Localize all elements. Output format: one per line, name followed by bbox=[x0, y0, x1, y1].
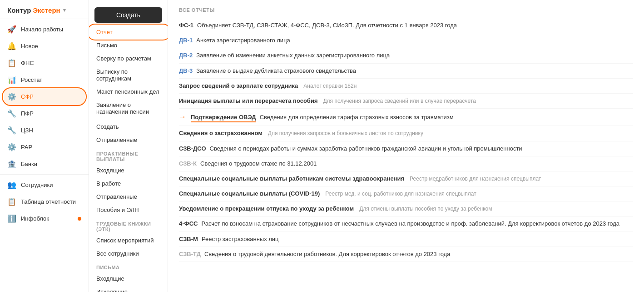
report-item[interactable]: ДВ-2Заявление об изменении анкетных данн… bbox=[179, 48, 633, 63]
start-icon: 🚀 bbox=[7, 25, 16, 34]
dropdown-item-vkhodyashchie1[interactable]: Входящие bbox=[89, 164, 168, 177]
report-item[interactable]: ДВ-3Заявление о выдаче дубликата страхов… bbox=[179, 64, 633, 79]
create-button[interactable]: Создать bbox=[94, 7, 162, 23]
sidebar-item-banks[interactable]: 🏦 Банки bbox=[0, 156, 89, 172]
dropdown-item-otpravlennye2[interactable]: Отправленные bbox=[89, 190, 168, 203]
dropdown-item-vkhodyashchie2[interactable]: Входящие bbox=[89, 272, 168, 285]
sidebar-item-label: Новое bbox=[21, 43, 81, 50]
otchet-label: Отчет bbox=[96, 29, 113, 35]
report-code: СЗВ-К bbox=[179, 160, 197, 168]
report-item[interactable]: Уведомление о прекращении отпуска по ухо… bbox=[179, 201, 633, 216]
report-code: СЗВ-М bbox=[179, 235, 198, 243]
report-item[interactable]: →Подтверждение ОВЭДСведения для определе… bbox=[179, 109, 633, 126]
sidebar-item-infoblock[interactable]: ℹ️ Инфоблок bbox=[0, 210, 89, 227]
employees-icon: 👥 bbox=[7, 181, 16, 189]
sidebar-item-rar[interactable]: ⚙️ РАР bbox=[0, 139, 89, 156]
sidebar-item-reporting-table[interactable]: 📋 Таблица отчетности bbox=[0, 193, 89, 210]
rar-icon: ⚙️ bbox=[7, 143, 16, 151]
sidebar-item-sfr[interactable]: ⚙️ СФР bbox=[4, 88, 85, 105]
report-code: Специальные социальные выплаты (COVID-19… bbox=[179, 190, 320, 198]
sidebar-item-fns[interactable]: 📋 ФНС bbox=[0, 55, 89, 71]
section-header: ВСЕ ОТЧЕТЫ bbox=[179, 7, 633, 15]
pfr-icon: 🔧 bbox=[7, 109, 16, 118]
sidebar-item-new[interactable]: 🔔 Новое bbox=[0, 38, 89, 55]
sidebar-item-label: ПФР bbox=[21, 110, 81, 117]
app-logo[interactable]: Контур Экстерн ▾ bbox=[0, 0, 89, 19]
dropdown-item-vse-sotrudniki[interactable]: Все сотрудники bbox=[89, 247, 168, 260]
sidebar-item-start[interactable]: 🚀 Начало работы bbox=[0, 21, 89, 38]
table-icon: 📋 bbox=[7, 197, 16, 206]
dropdown-item-sozdat[interactable]: Создать bbox=[89, 120, 168, 133]
dropdown-item-otchet[interactable]: Отчет bbox=[89, 25, 168, 39]
dropdown-item-vypiska[interactable]: Выписку по сотрудникам bbox=[89, 65, 168, 85]
report-desc: Сведения о трудовой деятельности работни… bbox=[204, 250, 450, 258]
rosstat-icon: 📊 bbox=[7, 76, 16, 84]
dropdown-item-maket[interactable]: Макет пенсионных дел bbox=[89, 85, 168, 98]
report-item[interactable]: Инициация выплаты или перерасчета пособи… bbox=[179, 94, 633, 109]
report-code: Инициация выплаты или перерасчета пособи… bbox=[179, 97, 317, 105]
sidebar-item-label: ЦЗН bbox=[21, 127, 81, 134]
section-trudovye: ТРУДОВЫЕ КНИЖКИ(ЭТК) bbox=[89, 216, 168, 234]
report-item[interactable]: Сведения о застрахованномДля получения з… bbox=[179, 126, 633, 141]
sidebar-item-pfr[interactable]: 🔧 ПФР bbox=[0, 105, 89, 122]
sidebar-item-label: Таблица отчетности bbox=[21, 198, 81, 205]
sidebar-item-label: Банки bbox=[21, 161, 81, 167]
report-desc: Объединяет СЗВ-ТД, СЗВ-СТАЖ, 4-ФСС, ДСВ-… bbox=[197, 21, 457, 30]
report-item[interactable]: СЗВ-МРеестр застрахованных лиц bbox=[179, 232, 633, 247]
dropdown-item-v-rabote[interactable]: В работе bbox=[89, 177, 168, 190]
report-desc: Анкета зарегистрированного лица bbox=[196, 36, 290, 45]
report-item[interactable]: Специальные социальные выплаты (COVID-19… bbox=[179, 186, 633, 201]
dropdown-item-pismo[interactable]: Письмо bbox=[89, 39, 168, 52]
section-pisma: ПИСЬМА bbox=[89, 260, 168, 272]
logo-kontur: Контур bbox=[7, 6, 31, 14]
report-code: Сведения о застрахованном bbox=[179, 129, 263, 137]
report-item[interactable]: СЗВ-КСведения о трудовом стаже по 31.12.… bbox=[179, 156, 633, 171]
divider bbox=[0, 174, 89, 175]
report-secondary: Аналог справки 182н bbox=[303, 82, 357, 90]
infoblock-icon: ℹ️ bbox=[7, 214, 16, 223]
sidebar-item-label: ФНС bbox=[21, 60, 81, 66]
report-desc: Расчет по взносам на страхование сотрудн… bbox=[201, 220, 619, 228]
dropdown-item-spisok[interactable]: Список мероприятий bbox=[89, 234, 168, 247]
report-code: Запрос сведений о зарплате сотрудника bbox=[179, 82, 298, 90]
sidebar-item-label: СФР bbox=[21, 93, 81, 100]
dropdown-item-sverku[interactable]: Сверку по расчетам bbox=[89, 52, 168, 65]
dropdown-item-otpravlennye[interactable]: Отправленные bbox=[89, 133, 168, 146]
report-item[interactable]: Специальные социальные выплаты работника… bbox=[179, 171, 633, 186]
czn-icon: 🔧 bbox=[7, 126, 16, 135]
dropdown-item-zayavlenie[interactable]: Заявление о назначении пенсии bbox=[89, 98, 168, 118]
report-item[interactable]: ФС-1Объединяет СЗВ-ТД, СЗВ-СТАЖ, 4-ФСС, … bbox=[179, 18, 633, 33]
sidebar-item-rosstat[interactable]: 📊 Росстат bbox=[0, 71, 89, 88]
main-content: ВСЕ ОТЧЕТЫ ФС-1Объединяет СЗВ-ТД, СЗВ-СТ… bbox=[168, 0, 644, 292]
arrow-icon: → bbox=[179, 112, 186, 122]
report-desc: Заявление об изменении анкетных данных з… bbox=[196, 51, 390, 60]
report-item[interactable]: Запрос сведений о зарплате сотрудникаАна… bbox=[179, 79, 633, 94]
new-icon: 🔔 bbox=[7, 42, 16, 50]
report-secondary: Для получения запроса сведений или в слу… bbox=[323, 97, 476, 105]
sidebar-item-czn[interactable]: 🔧 ЦЗН bbox=[0, 122, 89, 139]
report-code: 4-ФСС bbox=[179, 220, 198, 228]
report-code: СЗВ-ТД bbox=[179, 250, 201, 258]
report-code: ДВ-3 bbox=[179, 67, 193, 75]
sfr-icon: ⚙️ bbox=[7, 92, 16, 101]
sidebar-item-label: Инфоблок bbox=[21, 215, 73, 222]
logo-extern: Экстерн bbox=[33, 6, 60, 14]
report-code: ДВ-2 bbox=[179, 51, 193, 60]
report-code: ДВ-1 bbox=[179, 36, 193, 45]
report-secondary: Реестр медработников для назначения спец… bbox=[410, 175, 541, 183]
reports-list: ФС-1Объединяет СЗВ-ТД, СЗВ-СТАЖ, 4-ФСС, … bbox=[179, 18, 633, 262]
dropdown-panel: Создать Отчет Письмо Сверку по расчетам … bbox=[89, 0, 168, 292]
report-item[interactable]: СЗВ-ТДСведения о трудовой деятельности р… bbox=[179, 247, 633, 262]
report-item[interactable]: ДВ-1Анкета зарегистрированного лица bbox=[179, 33, 633, 48]
report-item[interactable]: 4-ФССРасчет по взносам на страхование со… bbox=[179, 216, 633, 232]
sidebar-item-employees[interactable]: 👥 Сотрудники bbox=[0, 176, 89, 193]
report-code: СЗВ-ДСО bbox=[179, 145, 206, 153]
report-code: Специальные социальные выплаты работника… bbox=[179, 175, 404, 183]
sidebar-item-label: РАР bbox=[21, 144, 81, 151]
dropdown-item-posobiya[interactable]: Пособия и ЭЛН bbox=[89, 203, 168, 216]
banks-icon: 🏦 bbox=[7, 160, 16, 168]
report-code: Уведомление о прекращении отпуска по ухо… bbox=[179, 205, 354, 213]
dropdown-item-iskhodyashchie[interactable]: Исходящие bbox=[89, 285, 168, 292]
fns-icon: 📋 bbox=[7, 59, 16, 67]
report-item[interactable]: СЗВ-ДСОСведения о периодах работы и сумм… bbox=[179, 141, 633, 156]
